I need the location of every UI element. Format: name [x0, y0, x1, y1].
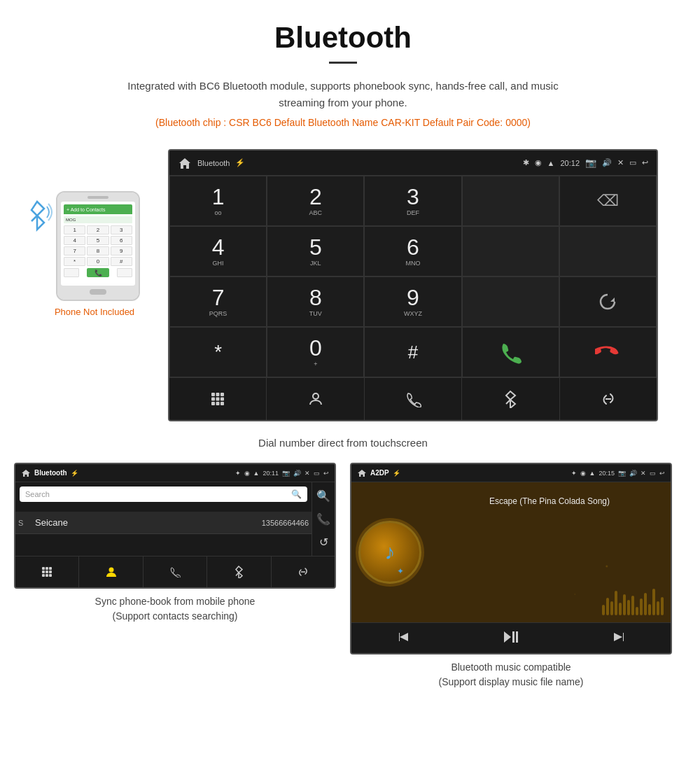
- toolbar-link-btn[interactable]: [560, 378, 657, 420]
- back-icon[interactable]: ↩: [642, 158, 648, 167]
- pb-dialpad-icon: [41, 566, 52, 578]
- next-button[interactable]: [601, 626, 636, 650]
- music-status-right: ✦ ◉ ▲ 20:15 📷 🔊 ✕ ▭ ↩: [571, 470, 665, 477]
- search-bar[interactable]: Search 🔍: [20, 486, 307, 502]
- svg-rect-10: [220, 402, 224, 405]
- dial-1[interactable]: 1 oo: [169, 176, 267, 226]
- pb-link-btn[interactable]: [272, 556, 335, 587]
- car-screen-big: Bluetooth ⚡ ✱ ◉ ▲ 20:12 📷 🔊 ✕ ▭ ↩: [168, 149, 658, 421]
- pb-dialpad-btn[interactable]: [15, 556, 79, 587]
- toolbar-calls-btn[interactable]: [365, 378, 462, 420]
- usb-icon: ⚡: [235, 158, 245, 167]
- svg-rect-18: [46, 570, 48, 573]
- subtitle: Integrated with BC6 Bluetooth module, su…: [105, 78, 581, 111]
- svg-rect-22: [49, 574, 52, 577]
- backspace-button[interactable]: ⌫: [559, 176, 657, 226]
- bluetooth-toolbar-icon: [503, 390, 518, 408]
- bt-icon: ✱: [523, 158, 529, 167]
- music-time: 20:15: [598, 470, 615, 477]
- pb-win-icon: ▭: [314, 470, 320, 477]
- call-green-icon: [498, 340, 523, 365]
- phonebook-item: Bluetooth ⚡ ✦ ◉ ▲ 20:11 📷 🔊 ✕ ▭ ↩: [14, 463, 336, 690]
- main-caption: Dial number direct from touchscreen: [258, 437, 428, 449]
- toolbar-contacts-btn[interactable]: [267, 378, 364, 420]
- pb-phone-icon: [169, 566, 181, 578]
- svg-rect-15: [46, 567, 48, 570]
- next-icon: [611, 630, 625, 644]
- dial-9[interactable]: 9 WXYZ: [364, 276, 461, 327]
- pb-calls-btn[interactable]: [144, 556, 207, 587]
- music-album-art: ♪ ✦: [358, 521, 421, 584]
- music-caption-title: Bluetooth music compatible: [451, 662, 570, 673]
- dial-5[interactable]: 5 JKL: [267, 226, 364, 276]
- play-pause-button[interactable]: [492, 626, 530, 650]
- pb-back-icon[interactable]: ↩: [323, 470, 329, 477]
- music-back-icon[interactable]: ↩: [659, 470, 665, 477]
- music-home-icon: [357, 469, 367, 477]
- dial-star[interactable]: *: [169, 327, 267, 377]
- title-divider: [329, 62, 357, 64]
- dial-6[interactable]: 6 MNO: [364, 226, 461, 276]
- pb-status-left: Bluetooth ⚡: [21, 469, 78, 477]
- pb-status-right: ✦ ◉ ▲ 20:11 📷 🔊 ✕ ▭ ↩: [235, 470, 329, 477]
- svg-rect-8: [211, 402, 215, 405]
- call-green-button[interactable]: [462, 327, 559, 377]
- svg-rect-20: [42, 574, 45, 577]
- dialpad-grid: 1 oo 2 ABC 3 DEF ⌫ 4 GHI: [169, 176, 657, 377]
- pb-reload-right-icon[interactable]: ↺: [319, 536, 328, 549]
- pb-loc-icon: ◉: [244, 470, 250, 477]
- phone-container: + Add to Contacts MOG 1 2 3 4: [28, 191, 161, 317]
- dial-hash[interactable]: #: [364, 327, 461, 377]
- dial-0[interactable]: 0 +: [267, 327, 364, 377]
- music-loc-icon: ◉: [580, 470, 586, 477]
- pb-caption-sub: (Support contacts searching): [113, 610, 238, 622]
- search-area: Search 🔍: [15, 482, 312, 512]
- dial-4[interactable]: 4 GHI: [169, 226, 267, 276]
- bluetooth-waves-icon: [24, 198, 52, 238]
- music-app-name: A2DP: [370, 469, 389, 477]
- bt-overlay-icon: ✦: [397, 566, 404, 576]
- svg-rect-3: [216, 393, 220, 396]
- music-caption-sub: (Support display music file name): [439, 676, 584, 687]
- dial-8[interactable]: 8 TUV: [267, 276, 364, 327]
- toolbar-bluetooth-btn[interactable]: [462, 378, 559, 420]
- toolbar-dialpad-btn[interactable]: [169, 378, 267, 420]
- dial-2[interactable]: 2 ABC: [267, 176, 364, 226]
- svg-rect-2: [211, 393, 215, 396]
- music-signal-icon: ▲: [589, 470, 596, 477]
- music-controls: [351, 622, 671, 653]
- pb-vol-icon: 🔊: [293, 470, 301, 477]
- svg-marker-32: [623, 633, 624, 641]
- music-close-icon: ✕: [640, 470, 646, 477]
- pb-call-right-icon[interactable]: 📞: [316, 512, 330, 526]
- statusbar-left: Bluetooth ⚡: [178, 157, 245, 169]
- svg-rect-19: [49, 570, 52, 573]
- reload-icon: [598, 292, 617, 312]
- svg-rect-7: [220, 398, 224, 401]
- statusbar-right: ✱ ◉ ▲ 20:12 📷 🔊 ✕ ▭ ↩: [523, 158, 648, 168]
- svg-rect-30: [516, 631, 518, 643]
- contact-row-seicane[interactable]: S Seicane 13566664466: [15, 512, 312, 534]
- pb-bt-btn[interactable]: [207, 556, 271, 587]
- music-caption: Bluetooth music compatible (Support disp…: [350, 660, 672, 690]
- bt-screen-name: Bluetooth: [197, 159, 230, 167]
- signal-icon: ▲: [547, 159, 555, 167]
- music-bt-icon: ✦: [571, 470, 577, 477]
- volume-icon: 🔊: [602, 158, 612, 167]
- reload-button[interactable]: [559, 276, 657, 327]
- dial-7[interactable]: 7 PQRS: [169, 276, 267, 327]
- prev-button[interactable]: [386, 626, 421, 650]
- music-usb-icon: ⚡: [393, 470, 400, 477]
- time-display: 20:12: [560, 159, 580, 167]
- pb-caption-title: Sync phone-book from mobile phone: [95, 596, 255, 607]
- top-section: + Add to Contacts MOG 1 2 3 4: [14, 149, 672, 421]
- dial-3[interactable]: 3 DEF: [364, 176, 461, 226]
- svg-marker-26: [399, 633, 400, 641]
- dial-empty-1: [462, 176, 559, 226]
- play-pause-icon: [503, 630, 519, 644]
- call-red-button[interactable]: [559, 327, 657, 377]
- pb-contacts-btn[interactable]: [79, 556, 143, 587]
- pb-search-right-icon[interactable]: 🔍: [316, 489, 330, 503]
- close-icon: ✕: [617, 158, 624, 167]
- phone-wrapper: + Add to Contacts MOG 1 2 3 4: [46, 191, 144, 301]
